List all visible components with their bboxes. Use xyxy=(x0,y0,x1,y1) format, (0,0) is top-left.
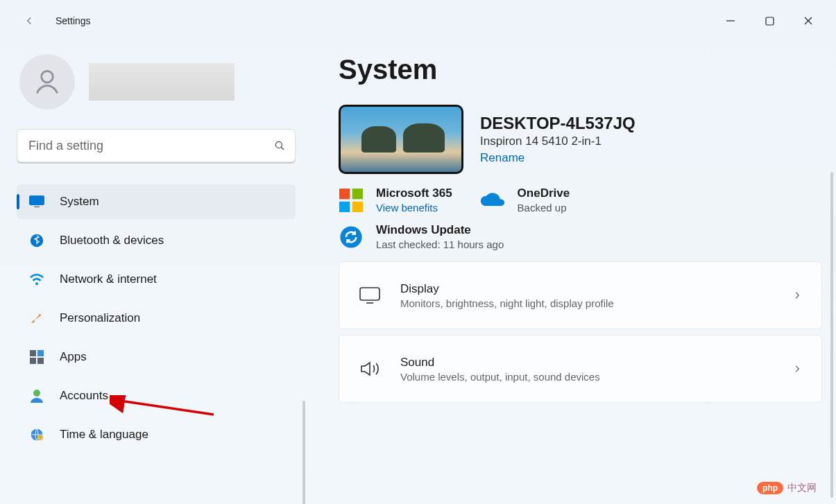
status-subtitle: Backed up xyxy=(518,202,570,214)
card-title: Sound xyxy=(400,356,600,370)
app-title: Settings xyxy=(56,15,91,26)
svg-point-11 xyxy=(33,390,40,397)
maximize-icon xyxy=(765,17,774,26)
sidebar-item-label: Apps xyxy=(60,350,87,364)
svg-rect-10 xyxy=(37,358,44,364)
svg-rect-0 xyxy=(766,17,774,25)
svg-rect-17 xyxy=(352,201,363,211)
watermark-text: 中文网 xyxy=(787,482,817,494)
search-icon xyxy=(273,139,286,152)
svg-point-6 xyxy=(35,282,38,285)
watermark-badge: php xyxy=(757,482,783,494)
card-display[interactable]: Display Monitors, brightness, night ligh… xyxy=(339,261,822,329)
svg-rect-4 xyxy=(34,206,40,208)
svg-rect-8 xyxy=(37,350,44,356)
sound-icon xyxy=(359,358,381,380)
sidebar-item-time-language[interactable]: Time & language xyxy=(17,417,296,452)
nav: System Bluetooth & devices Network & int… xyxy=(17,184,296,452)
chevron-right-icon xyxy=(792,290,802,300)
close-button[interactable] xyxy=(789,7,828,35)
svg-rect-9 xyxy=(30,358,36,364)
apps-icon xyxy=(29,349,44,365)
sidebar-item-label: Personalization xyxy=(60,311,140,325)
card-title: Display xyxy=(400,282,614,296)
brush-icon xyxy=(29,311,44,326)
svg-rect-16 xyxy=(339,201,350,211)
close-icon xyxy=(803,16,813,26)
bluetooth-icon xyxy=(29,233,44,248)
minimize-button[interactable] xyxy=(711,7,750,35)
sidebar-item-label: Accounts xyxy=(60,389,108,403)
status-title: Microsoft 365 xyxy=(376,186,452,200)
search xyxy=(17,129,296,162)
svg-rect-19 xyxy=(360,288,379,300)
titlebar: Settings xyxy=(0,0,836,42)
maximize-button[interactable] xyxy=(750,7,789,35)
card-sound[interactable]: Sound Volume levels, output, input, soun… xyxy=(339,335,822,403)
sidebar-item-apps[interactable]: Apps xyxy=(17,340,296,374)
svg-rect-15 xyxy=(352,189,363,199)
svg-point-1 xyxy=(42,71,53,82)
monitor-icon xyxy=(29,194,44,209)
device-image xyxy=(339,105,463,174)
main: System DESKTOP-4L537JQ Inspiron 14 5410 … xyxy=(305,42,836,504)
windows-update-icon xyxy=(339,225,364,250)
back-button[interactable] xyxy=(18,10,40,32)
status-title: OneDrive xyxy=(518,186,570,200)
sidebar-item-personalization[interactable]: Personalization xyxy=(17,301,296,336)
svg-rect-7 xyxy=(30,350,36,356)
watermark: php 中文网 xyxy=(757,482,817,494)
sidebar-item-label: Bluetooth & devices xyxy=(60,234,164,247)
device-section: DESKTOP-4L537JQ Inspiron 14 5410 2-in-1 … xyxy=(339,105,822,174)
search-input[interactable] xyxy=(17,129,296,162)
onedrive-icon xyxy=(480,188,505,213)
status-grid-2: Windows Update Last checked: 11 hours ag… xyxy=(339,223,822,250)
page-title: System xyxy=(339,54,822,85)
sidebar-item-label: Network & internet xyxy=(60,272,157,286)
status-onedrive[interactable]: OneDrive Backed up xyxy=(480,186,570,214)
sidebar-item-accounts[interactable]: Accounts xyxy=(17,379,296,413)
sidebar-item-label: Time & language xyxy=(60,428,148,442)
username xyxy=(89,63,234,101)
status-title: Windows Update xyxy=(376,223,504,237)
microsoft-365-icon xyxy=(339,188,364,213)
status-grid: Microsoft 365 View benefits OneDrive Bac… xyxy=(339,186,822,214)
arrow-left-icon xyxy=(23,15,35,27)
person-colored-icon xyxy=(29,388,44,403)
svg-rect-3 xyxy=(29,195,44,205)
profile[interactable] xyxy=(19,54,296,110)
sidebar-item-bluetooth[interactable]: Bluetooth & devices xyxy=(17,223,296,258)
sidebar-item-network[interactable]: Network & internet xyxy=(17,262,296,297)
device-model: Inspiron 14 5410 2-in-1 xyxy=(480,134,635,148)
settings-cards: Display Monitors, brightness, night ligh… xyxy=(339,261,822,403)
main-scrollbar[interactable] xyxy=(830,172,833,498)
card-subtitle: Monitors, brightness, night light, displ… xyxy=(400,297,614,309)
display-icon xyxy=(359,284,381,306)
person-icon xyxy=(32,67,62,97)
chevron-right-icon xyxy=(792,364,802,374)
status-windows-update[interactable]: Windows Update Last checked: 11 hours ag… xyxy=(339,223,504,250)
window-controls xyxy=(711,7,828,35)
rename-link[interactable]: Rename xyxy=(480,151,635,165)
status-subtitle[interactable]: View benefits xyxy=(376,202,452,214)
card-subtitle: Volume levels, output, input, sound devi… xyxy=(400,371,600,383)
svg-point-18 xyxy=(340,226,361,247)
wifi-icon xyxy=(29,272,44,287)
sidebar-item-label: System xyxy=(60,195,99,209)
globe-icon xyxy=(29,427,44,442)
status-microsoft-365[interactable]: Microsoft 365 View benefits xyxy=(339,186,452,214)
svg-rect-14 xyxy=(339,189,350,199)
minimize-icon xyxy=(726,16,735,26)
sidebar-item-system[interactable]: System xyxy=(17,184,296,219)
avatar xyxy=(19,54,75,110)
status-subtitle: Last checked: 11 hours ago xyxy=(376,238,504,250)
sidebar: System Bluetooth & devices Network & int… xyxy=(0,42,305,504)
svg-point-2 xyxy=(275,141,282,148)
device-name: DESKTOP-4L537JQ xyxy=(480,114,635,133)
